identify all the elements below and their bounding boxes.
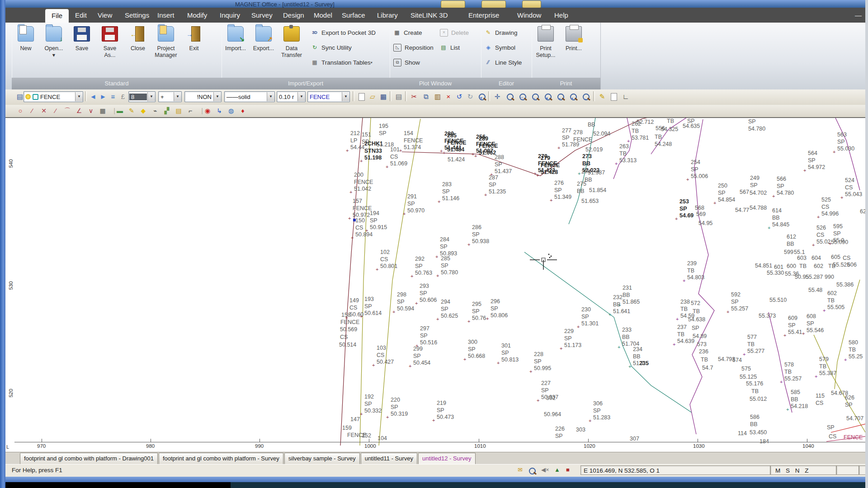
menu-edit[interactable]: Edit xyxy=(69,8,93,23)
delete-icon[interactable]: × xyxy=(443,91,454,102)
menu-survey[interactable]: Survey xyxy=(245,8,279,23)
document-tab[interactable]: silverbay sample - Survey xyxy=(284,453,360,464)
up-triangle-icon[interactable]: ▲ xyxy=(554,466,560,473)
speaker-icon[interactable]: ◀× xyxy=(541,466,549,473)
minimize-icon[interactable]: — xyxy=(855,8,862,23)
globe-icon[interactable]: ◍ xyxy=(225,106,237,115)
dropdown-arrow-icon[interactable]: ▼ xyxy=(342,92,349,101)
paste-icon[interactable]: ▥ xyxy=(432,91,443,102)
menu-view[interactable]: View xyxy=(91,8,118,23)
zoom-question-icon[interactable]: ? xyxy=(476,91,487,102)
ribbon-button-translation-tables[interactable]: ▦Translation Tables ▾ xyxy=(307,55,388,70)
record-stop-icon[interactable]: ■ xyxy=(566,466,570,473)
zoom-in-icon[interactable]: + xyxy=(542,91,553,102)
menu-library[interactable]: Library xyxy=(371,8,404,23)
move-point-icon[interactable]: ↳ xyxy=(213,106,225,115)
dropdown-arrow-icon[interactable]: ▼ xyxy=(213,92,221,101)
quick-access-button[interactable] xyxy=(441,0,465,8)
polyline-icon[interactable]: ⌐ xyxy=(184,106,196,115)
lineweight-combo[interactable]: 0.10 r▼ xyxy=(277,91,306,102)
mail-icon[interactable]: ✉ xyxy=(518,466,523,473)
marker-icon[interactable]: ♦ xyxy=(237,106,249,115)
measure-ruler-icon[interactable]: ∟ xyxy=(620,91,631,102)
vertex-icon[interactable]: ∨ xyxy=(85,106,97,115)
ribbon-button-import-[interactable]: ↘Import... xyxy=(222,23,250,76)
ribbon-button-open-[interactable]: ↓Open... ▾ xyxy=(40,23,68,76)
ribbon-button-save[interactable]: Save As... xyxy=(96,23,124,76)
zoom-dynamic-icon[interactable]: ▫ xyxy=(530,91,541,102)
line-2pt-icon[interactable]: ∕ xyxy=(26,106,38,115)
document-tab[interactable]: untitled12 - Survey xyxy=(418,453,475,464)
find-user-icon[interactable] xyxy=(529,466,536,474)
ribbon-button-symbol[interactable]: ◈Symbol xyxy=(481,40,532,55)
dropdown-arrow-icon[interactable]: ▼ xyxy=(267,92,274,101)
menu-design[interactable]: Design xyxy=(277,8,311,23)
pan-icon[interactable]: ✛ xyxy=(492,91,503,102)
ribbon-button-export-[interactable]: ↗Export... xyxy=(250,23,278,76)
print-icon[interactable]: ▤ xyxy=(393,91,404,102)
edit-page-icon[interactable] xyxy=(609,91,619,102)
redo-icon[interactable]: ↻ xyxy=(465,91,476,102)
ribbon-button-exit[interactable]: →Exit xyxy=(180,23,208,76)
point-on-line-icon[interactable]: ∕ xyxy=(50,106,61,115)
ribbon-button-show[interactable]: ⧉Show xyxy=(390,55,481,70)
ribbon-button-export-to-pocket-3d[interactable]: 3DExport to Pocket 3D xyxy=(307,25,388,40)
ribbon-button-line-style[interactable]: ⁄⁄Line Style xyxy=(481,55,532,70)
document-tab[interactable]: footprint and gl combo with platform - S… xyxy=(159,453,283,464)
ribbon-button-new[interactable]: New xyxy=(12,23,40,76)
drawing-canvas[interactable]: 212LP54.44+151SP195SP2CHK1STN3351.198+51… xyxy=(5,117,865,452)
bulb-icon[interactable]: 💡 xyxy=(25,94,31,99)
surface-image-icon[interactable]: ▬ xyxy=(114,106,126,115)
menu-enterprise[interactable]: Enterprise xyxy=(462,8,505,23)
dropdown-arrow-icon[interactable]: ▼ xyxy=(174,92,181,101)
tile-green-icon[interactable]: ▞ xyxy=(161,106,173,115)
menu-help[interactable]: Help xyxy=(548,8,575,23)
linetype-combo[interactable]: ——solid▼ xyxy=(224,91,275,102)
ribbon-button-create[interactable]: ▦Create xyxy=(390,25,436,40)
drawing-mgr-icon[interactable]: ✎ xyxy=(126,106,137,115)
quick-access-button[interactable] xyxy=(522,0,541,8)
code-combo[interactable]: FENCE▼ xyxy=(307,91,350,102)
zoom-center-icon[interactable]: • xyxy=(568,91,579,102)
copy-icon[interactable]: ⧉ xyxy=(420,91,431,102)
menu-inquiry[interactable]: Inquiry xyxy=(213,8,246,23)
ribbon-button-print-[interactable]: Print... xyxy=(560,23,588,76)
zoom-previous-icon[interactable]: ← xyxy=(580,91,591,102)
font-combo[interactable]: !NON▼ xyxy=(184,91,222,102)
view-back-icon[interactable]: ◄ xyxy=(88,91,99,102)
layer-combo[interactable]: 💡FENCE▼ xyxy=(24,91,83,102)
ribbon-button-reposition[interactable]: ◺Reposition xyxy=(390,40,436,55)
symbol-mgr-icon[interactable]: ▤ xyxy=(173,106,184,115)
new-drawing-icon[interactable] xyxy=(356,91,367,102)
arc-icon[interactable]: ⌒ xyxy=(61,106,73,115)
document-tab[interactable]: untitled11 - Survey xyxy=(361,453,417,464)
ribbon-button-close[interactable]: ←Close xyxy=(124,23,152,76)
intersect-icon[interactable]: ✕ xyxy=(38,106,50,115)
menu-modify[interactable]: Modify xyxy=(181,8,213,23)
ribbon-button-drawing[interactable]: ✎Drawing xyxy=(481,25,532,40)
snap-settings-icon[interactable]: £ xyxy=(118,91,128,102)
undo-icon[interactable]: ↺ xyxy=(454,91,465,102)
angle-icon[interactable]: ∠ xyxy=(73,106,85,115)
target-icon[interactable]: ◉ xyxy=(202,106,213,115)
document-tab[interactable]: footprint and gl combo with platform - D… xyxy=(20,453,158,464)
zoom-out-icon[interactable]: − xyxy=(555,91,566,102)
menu-settings[interactable]: Settings xyxy=(118,8,156,23)
dropdown-arrow-icon[interactable]: ▼ xyxy=(147,92,155,101)
dropdown-arrow-icon[interactable]: ▼ xyxy=(75,92,83,101)
ribbon-button-data[interactable]: Data Transfer xyxy=(278,23,306,76)
menu-sitelink-3d[interactable]: SiteLINK 3D xyxy=(404,8,454,23)
menu-surface[interactable]: Surface xyxy=(335,8,372,23)
grid-icon[interactable]: ▦ xyxy=(97,106,108,115)
pen-number-combo[interactable]: 8▼ xyxy=(128,91,156,102)
ribbon-button-list[interactable]: ▤List xyxy=(436,40,481,55)
save-icon[interactable]: ▦ xyxy=(378,91,389,102)
dropdown-arrow-icon[interactable]: ▼ xyxy=(297,92,305,101)
quick-access-button[interactable] xyxy=(481,0,506,8)
zoom-icon[interactable] xyxy=(505,91,515,102)
menu-file[interactable]: File xyxy=(45,9,69,23)
point-symbol-combo[interactable]: +▼ xyxy=(158,91,182,102)
ribbon-button-save[interactable]: Save xyxy=(68,23,96,76)
menu-insert[interactable]: Insert xyxy=(151,8,181,23)
ribbon-button-print[interactable]: Print Setup... xyxy=(532,23,560,76)
